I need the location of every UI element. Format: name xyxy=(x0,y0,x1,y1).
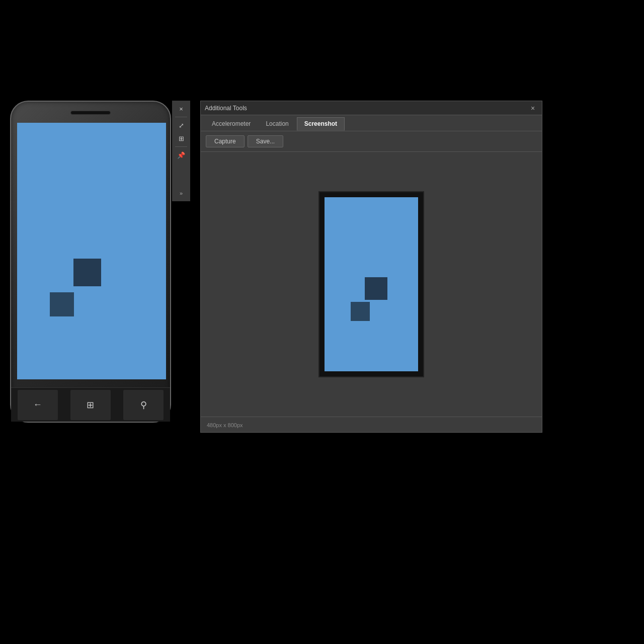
tools-toolbar: Capture Save... xyxy=(201,131,542,152)
ss-square-2 xyxy=(351,302,370,321)
tools-tabs: Accelerometer Location Screenshot xyxy=(201,115,542,131)
phone-app-content xyxy=(17,123,166,379)
phone-app-square-2 xyxy=(50,292,74,316)
tab-screenshot[interactable]: Screenshot xyxy=(297,117,345,131)
tab-location[interactable]: Location xyxy=(259,117,295,131)
phone-nav-bar: ← ⊞ ⚲ xyxy=(11,387,170,422)
screenshot-preview xyxy=(318,191,424,377)
tools-title-bar: Additional Tools × xyxy=(201,101,542,115)
toolbar-close-button[interactable]: × xyxy=(174,103,189,115)
tools-footer: 480px x 800px xyxy=(201,417,542,432)
phone-screen xyxy=(17,123,166,379)
phone-emulator: ← ⊞ ⚲ × ⤢ ⊞ 📌 » xyxy=(10,101,181,433)
phone-back-button[interactable]: ← xyxy=(18,390,58,420)
main-area: ← ⊞ ⚲ × ⤢ ⊞ 📌 » Additional Tools × Accel… xyxy=(10,101,634,443)
toolbar-divider-1 xyxy=(175,117,187,117)
tools-title: Additional Tools xyxy=(205,105,247,112)
phone-search-button[interactable]: ⚲ xyxy=(123,390,164,420)
toolbar-expand-button[interactable]: » xyxy=(174,187,189,199)
toolbar-pin-button[interactable]: 📌 xyxy=(174,149,189,161)
phone-app-square-1 xyxy=(73,259,101,286)
phone-body: ← ⊞ ⚲ xyxy=(10,101,171,423)
tools-panel: Additional Tools × Accelerometer Locatio… xyxy=(200,101,542,433)
toolbar-resize-button[interactable]: ⤢ xyxy=(174,119,189,131)
toolbar-divider-2 xyxy=(175,146,187,147)
tools-close-button[interactable]: × xyxy=(528,103,538,113)
phone-windows-button[interactable]: ⊞ xyxy=(70,390,111,420)
tab-accelerometer[interactable]: Accelerometer xyxy=(205,117,258,131)
save-button[interactable]: Save... xyxy=(248,135,283,147)
ss-square-1 xyxy=(365,277,387,300)
screenshot-screen xyxy=(325,197,418,371)
screenshot-dimensions: 480px x 800px xyxy=(207,422,243,428)
side-toolbar: × ⤢ ⊞ 📌 » xyxy=(172,101,190,201)
capture-button[interactable]: Capture xyxy=(206,135,245,147)
tools-content xyxy=(201,152,542,417)
phone-speaker xyxy=(70,111,111,115)
toolbar-grid-button[interactable]: ⊞ xyxy=(174,132,189,144)
